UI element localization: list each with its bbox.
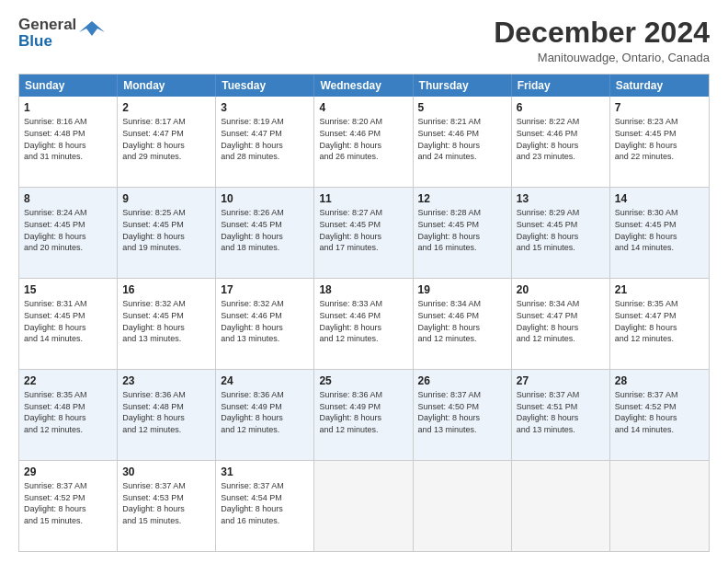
calendar-cell: 19Sunrise: 8:34 AMSunset: 4:46 PMDayligh… xyxy=(414,279,512,369)
cell-info-line: Daylight: 8 hours xyxy=(319,412,407,424)
cell-info-line: Sunrise: 8:34 AM xyxy=(517,298,605,310)
cell-info-line: Daylight: 8 hours xyxy=(615,322,704,334)
cell-info-line: Daylight: 8 hours xyxy=(221,231,309,243)
cell-info-line: Sunset: 4:52 PM xyxy=(24,492,112,504)
cell-info-line: Sunset: 4:45 PM xyxy=(418,219,506,231)
cell-info-line: and 23 minutes. xyxy=(517,151,605,163)
cell-info-line: Daylight: 8 hours xyxy=(122,231,210,243)
calendar-cell: 18Sunrise: 8:33 AMSunset: 4:46 PMDayligh… xyxy=(314,279,413,369)
cell-info-line: Daylight: 8 hours xyxy=(221,140,309,152)
day-number: 2 xyxy=(122,100,210,115)
cell-info-line: Daylight: 8 hours xyxy=(418,322,506,334)
day-number: 5 xyxy=(418,100,506,115)
logo: General Blue xyxy=(18,17,105,50)
cell-info-line: Daylight: 8 hours xyxy=(517,140,605,152)
cell-info-line: Daylight: 8 hours xyxy=(122,412,210,424)
calendar-cell: 3Sunrise: 8:19 AMSunset: 4:47 PMDaylight… xyxy=(216,97,314,187)
location: Manitouwadge, Ontario, Canada xyxy=(494,51,710,64)
cell-info-line: and 12 minutes. xyxy=(517,333,605,345)
day-number: 31 xyxy=(221,465,309,479)
cell-info-line: Sunrise: 8:36 AM xyxy=(221,389,309,401)
cell-info-line: and 17 minutes. xyxy=(319,242,407,254)
cell-info-line: Sunrise: 8:23 AM xyxy=(615,116,704,128)
calendar-row-4: 22Sunrise: 8:35 AMSunset: 4:48 PMDayligh… xyxy=(19,370,709,461)
calendar-cell: 22Sunrise: 8:35 AMSunset: 4:48 PMDayligh… xyxy=(19,370,118,460)
cell-info-line: Sunset: 4:45 PM xyxy=(122,219,210,231)
day-number: 14 xyxy=(615,191,704,206)
day-number: 10 xyxy=(221,191,309,206)
cell-info-line: Sunrise: 8:37 AM xyxy=(122,480,210,492)
day-number: 13 xyxy=(517,191,605,206)
cell-info-line: Daylight: 8 hours xyxy=(24,140,112,152)
cell-info-line: Sunset: 4:49 PM xyxy=(221,401,309,413)
cell-info-line: Sunrise: 8:32 AM xyxy=(221,298,309,310)
calendar-cell: 26Sunrise: 8:37 AMSunset: 4:50 PMDayligh… xyxy=(414,370,512,460)
calendar-cell: 11Sunrise: 8:27 AMSunset: 4:45 PMDayligh… xyxy=(314,188,413,278)
cell-info-line: Sunrise: 8:26 AM xyxy=(221,207,309,219)
title-block: December 2024 Manitouwadge, Ontario, Can… xyxy=(494,17,710,64)
weekday-header-friday: Friday xyxy=(512,75,610,97)
cell-info-line: and 20 minutes. xyxy=(24,242,112,254)
cell-info-line: Sunset: 4:47 PM xyxy=(517,310,605,322)
calendar-row-3: 15Sunrise: 8:31 AMSunset: 4:45 PMDayligh… xyxy=(19,279,709,370)
day-number: 12 xyxy=(418,191,506,206)
logo-general: General xyxy=(18,17,76,33)
cell-info-line: Daylight: 8 hours xyxy=(418,231,506,243)
cell-info-line: and 15 minutes. xyxy=(24,515,112,527)
calendar-cell: 4Sunrise: 8:20 AMSunset: 4:46 PMDaylight… xyxy=(314,97,413,187)
cell-info-line: Sunrise: 8:32 AM xyxy=(122,298,210,310)
cell-info-line: and 12 minutes. xyxy=(615,333,704,345)
cell-info-line: Daylight: 8 hours xyxy=(615,140,704,152)
cell-info-line: and 19 minutes. xyxy=(122,242,210,254)
cell-info-line: Sunrise: 8:35 AM xyxy=(615,298,704,310)
cell-info-line: Sunrise: 8:31 AM xyxy=(24,298,112,310)
logo-blue: Blue xyxy=(18,33,76,50)
calendar-cell: 14Sunrise: 8:30 AMSunset: 4:45 PMDayligh… xyxy=(610,188,709,278)
cell-info-line: Sunrise: 8:16 AM xyxy=(24,116,112,128)
cell-info-line: Sunrise: 8:37 AM xyxy=(615,389,704,401)
cell-info-line: Daylight: 8 hours xyxy=(418,412,506,424)
cell-info-line: Sunrise: 8:27 AM xyxy=(319,207,407,219)
cell-info-line: Sunset: 4:51 PM xyxy=(517,401,605,413)
cell-info-line: Sunset: 4:45 PM xyxy=(122,310,210,322)
cell-info-line: Sunrise: 8:29 AM xyxy=(517,207,605,219)
calendar-cell xyxy=(610,461,709,551)
cell-info-line: and 12 minutes. xyxy=(418,333,506,345)
cell-info-line: and 24 minutes. xyxy=(418,151,506,163)
cell-info-line: Sunset: 4:46 PM xyxy=(418,128,506,140)
calendar-cell: 30Sunrise: 8:37 AMSunset: 4:53 PMDayligh… xyxy=(118,461,216,551)
cell-info-line: Daylight: 8 hours xyxy=(615,412,704,424)
day-number: 26 xyxy=(418,373,506,388)
cell-info-line: Daylight: 8 hours xyxy=(319,140,407,152)
cell-info-line: and 18 minutes. xyxy=(221,242,309,254)
day-number: 27 xyxy=(517,373,605,388)
cell-info-line: and 14 minutes. xyxy=(615,242,704,254)
cell-info-line: Sunrise: 8:33 AM xyxy=(319,298,407,310)
cell-info-line: Daylight: 8 hours xyxy=(221,412,309,424)
cell-info-line: Sunrise: 8:20 AM xyxy=(319,116,407,128)
day-number: 28 xyxy=(615,373,704,388)
calendar-cell: 10Sunrise: 8:26 AMSunset: 4:45 PMDayligh… xyxy=(216,188,314,278)
header: General Blue December 2024 Manitouwadge,… xyxy=(18,17,710,64)
cell-info-line: Daylight: 8 hours xyxy=(221,503,309,515)
calendar-cell: 8Sunrise: 8:24 AMSunset: 4:45 PMDaylight… xyxy=(19,188,118,278)
cell-info-line: Sunrise: 8:37 AM xyxy=(517,389,605,401)
day-number: 25 xyxy=(319,373,407,388)
cell-info-line: Daylight: 8 hours xyxy=(24,322,112,334)
day-number: 30 xyxy=(122,465,210,479)
calendar-cell: 28Sunrise: 8:37 AMSunset: 4:52 PMDayligh… xyxy=(610,370,709,460)
cell-info-line: and 14 minutes. xyxy=(615,424,704,436)
cell-info-line: and 16 minutes. xyxy=(221,515,309,527)
cell-info-line: Sunset: 4:47 PM xyxy=(615,310,704,322)
cell-info-line: Daylight: 8 hours xyxy=(24,412,112,424)
cell-info-line: Sunrise: 8:24 AM xyxy=(24,207,112,219)
day-number: 23 xyxy=(122,373,210,388)
day-number: 3 xyxy=(221,100,309,115)
weekday-header-tuesday: Tuesday xyxy=(216,75,314,97)
calendar-cell: 20Sunrise: 8:34 AMSunset: 4:47 PMDayligh… xyxy=(512,279,610,369)
cell-info-line: and 28 minutes. xyxy=(221,151,309,163)
calendar-cell: 7Sunrise: 8:23 AMSunset: 4:45 PMDaylight… xyxy=(610,97,709,187)
calendar-cell: 21Sunrise: 8:35 AMSunset: 4:47 PMDayligh… xyxy=(610,279,709,369)
logo-text: General Blue xyxy=(18,17,76,50)
day-number: 1 xyxy=(24,100,112,115)
